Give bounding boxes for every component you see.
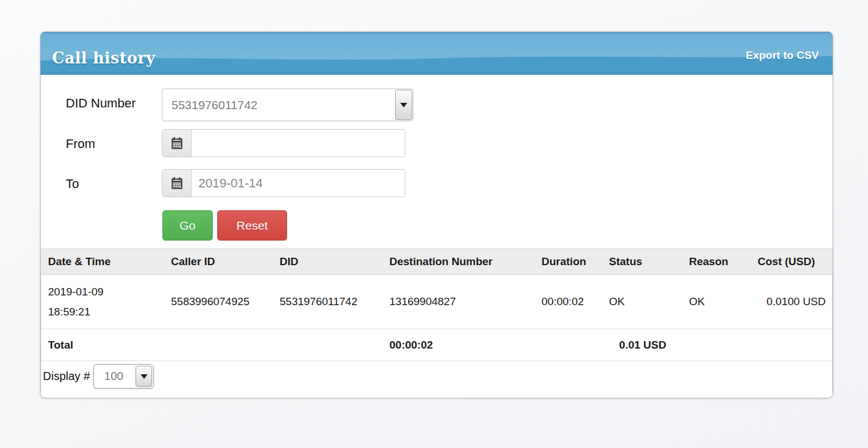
cell-destination-number: 13169904827	[383, 275, 535, 329]
call-date: 2019-01-09	[48, 282, 157, 302]
table-footer: Display # 100	[41, 361, 832, 391]
call-time: 18:59:21	[48, 302, 157, 322]
total-cost: 0.01 USD	[535, 329, 751, 361]
col-header-reason: Reason	[682, 249, 751, 275]
did-number-label: DID Number	[66, 96, 136, 111]
display-count-label: Display #	[43, 370, 90, 383]
cell-duration: 00:00:02	[535, 275, 602, 329]
table-header-row: Date & Time Caller ID DID Destination Nu…	[41, 249, 833, 275]
cell-date-time: 2019-01-09 18:59:21	[41, 275, 164, 329]
panel-header: Call history Export to CSV	[41, 32, 833, 75]
dropdown-triangle-icon	[400, 103, 407, 107]
total-label: Total	[41, 329, 383, 361]
call-history-panel: Call history Export to CSV DID Number 55…	[40, 31, 833, 398]
call-history-table: Date & Time Caller ID DID Destination Nu…	[41, 249, 833, 361]
did-number-selected-value: 5531976011742	[162, 98, 395, 112]
calendar-icon	[171, 177, 183, 189]
cell-did: 5531976011742	[273, 275, 383, 329]
total-row: Total 00:00:02 0.01 USD	[41, 329, 833, 361]
col-header-did: DID	[273, 249, 383, 275]
call-history-table-block: Date & Time Caller ID DID Destination Nu…	[41, 249, 833, 391]
chevron-down-icon[interactable]	[136, 366, 152, 387]
col-header-status: Status	[602, 249, 682, 275]
display-count-select[interactable]: 100	[93, 364, 154, 389]
cell-cost: 0.0100 USD	[751, 275, 833, 329]
total-duration: 00:00:02	[383, 329, 535, 361]
to-calendar-button[interactable]	[162, 170, 192, 197]
reset-button[interactable]: Reset	[217, 210, 287, 241]
dropdown-triangle-icon	[141, 374, 148, 379]
col-header-caller-id: Caller ID	[164, 249, 273, 275]
go-button[interactable]: Go	[162, 210, 213, 241]
col-header-cost: Cost (USD)	[751, 249, 833, 275]
from-date-input[interactable]	[192, 130, 405, 157]
table-row: 2019-01-09 18:59:21 5583996074925 553197…	[41, 275, 833, 329]
cell-status: OK	[602, 275, 682, 329]
to-date-label: To	[66, 177, 79, 191]
from-calendar-button[interactable]	[162, 130, 192, 157]
did-number-select[interactable]: 5531976011742	[162, 89, 413, 121]
total-empty-cell	[751, 329, 833, 361]
cell-caller-id: 5583996074925	[164, 275, 273, 329]
header-wave-decoration	[41, 32, 833, 75]
from-date-label: From	[66, 137, 95, 151]
from-date-group	[162, 129, 405, 157]
to-date-group	[162, 169, 405, 197]
chevron-down-icon[interactable]	[395, 90, 412, 120]
cell-reason: OK	[682, 275, 751, 329]
col-header-date-time: Date & Time	[41, 249, 164, 275]
calendar-icon	[171, 137, 183, 149]
col-header-duration: Duration	[535, 249, 602, 275]
export-to-csv-link[interactable]: Export to CSV	[746, 49, 819, 62]
to-date-input[interactable]	[192, 170, 405, 197]
page-title: Call history	[52, 49, 155, 67]
display-count-value: 100	[94, 370, 134, 383]
col-header-destination-number: Destination Number	[383, 249, 535, 275]
